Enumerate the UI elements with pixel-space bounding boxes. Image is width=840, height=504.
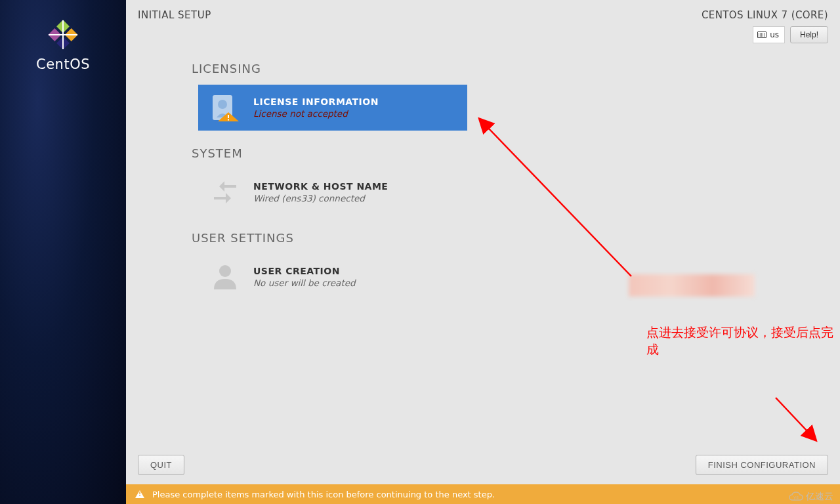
svg-rect-8 — [228, 115, 229, 118]
spoke-title: USER CREATION — [253, 266, 356, 276]
help-button[interactable]: Help! — [790, 26, 828, 43]
spoke-status: No user will be created — [253, 278, 356, 288]
top-right: CENTOS LINUX 7 (CORE) us Help! — [702, 9, 828, 43]
svg-point-7 — [218, 100, 227, 109]
cloud-icon: ys — [789, 492, 803, 502]
spoke-license-information[interactable]: LICENSE INFORMATION License not accepted — [198, 85, 467, 131]
content-area: LICENSING LICENSE INFORMATION License no… — [126, 43, 840, 504]
annotation-hint-text: 点进去接受许可协议，接受后点完成 — [646, 324, 840, 358]
main-panel: INITIAL SETUP CENTOS LINUX 7 (CORE) us H… — [126, 0, 840, 504]
warning-icon — [135, 490, 144, 498]
license-icon — [209, 91, 242, 124]
svg-text:ys: ys — [793, 495, 799, 500]
warning-bar: Please complete items marked with this i… — [126, 484, 840, 504]
spoke-status: License not accepted — [253, 108, 379, 119]
top-bar: INITIAL SETUP CENTOS LINUX 7 (CORE) us H… — [126, 0, 840, 43]
section-title-licensing: LICENSING — [192, 62, 840, 75]
spoke-title: NETWORK & HOST NAME — [253, 181, 388, 192]
keyboard-layout-text: us — [770, 30, 779, 39]
keyboard-icon — [757, 32, 766, 38]
svg-line-12 — [776, 398, 808, 432]
keyboard-layout-indicator[interactable]: us — [753, 26, 785, 43]
svg-point-10 — [219, 265, 231, 277]
spoke-user-creation[interactable]: USER CREATION No user will be created — [198, 254, 467, 300]
watermark-text: 亿速云 — [806, 491, 833, 503]
annotation-blur-box — [629, 274, 755, 297]
warning-message: Please complete items marked with this i… — [152, 490, 495, 499]
brand-text: CentOS — [36, 56, 90, 72]
logo: CentOS — [36, 20, 90, 72]
sidebar: CentOS — [0, 0, 126, 504]
page-title: INITIAL SETUP — [138, 9, 211, 21]
centos-logo-icon — [48, 20, 78, 50]
watermark: ys 亿速云 — [789, 491, 833, 503]
bottom-button-bar: QUIT FINISH CONFIGURATION — [126, 455, 840, 475]
distro-label: CENTOS LINUX 7 (CORE) — [702, 9, 828, 21]
section-title-user-settings: USER SETTINGS — [192, 231, 840, 245]
quit-button[interactable]: QUIT — [138, 455, 184, 475]
spoke-status: Wired (ens33) connected — [253, 193, 388, 203]
user-icon — [209, 261, 242, 293]
finish-configuration-button[interactable]: FINISH CONFIGURATION — [696, 455, 828, 475]
spoke-network-hostname[interactable]: NETWORK & HOST NAME Wired (ens33) connec… — [198, 169, 467, 215]
section-title-system: SYSTEM — [192, 146, 840, 160]
svg-rect-9 — [228, 119, 229, 121]
network-icon — [209, 176, 242, 209]
spoke-title: LICENSE INFORMATION — [253, 96, 379, 107]
